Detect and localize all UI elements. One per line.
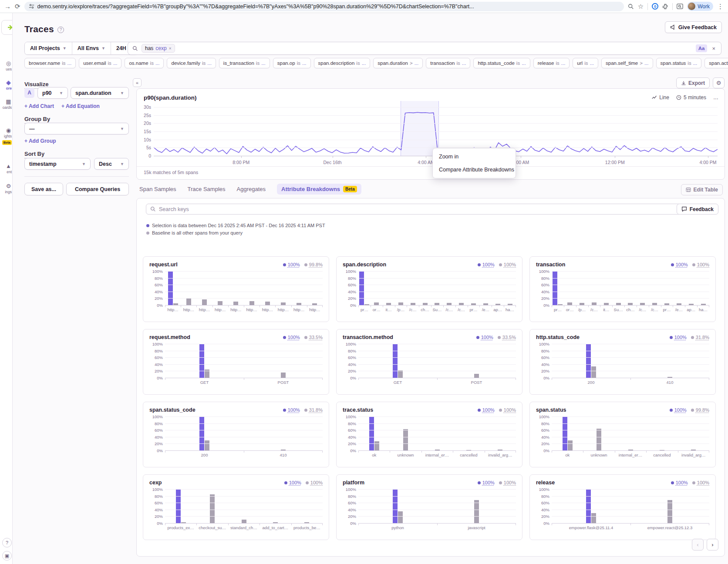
filter-chip-release[interactable]: releaseis... — [533, 58, 570, 68]
baseline-bar[interactable] — [591, 513, 596, 523]
zoom-page-icon[interactable] — [628, 3, 634, 10]
bar-group-http-[interactable] — [181, 271, 196, 305]
side-panel-search-icon[interactable] — [677, 3, 683, 10]
baseline-bar[interactable] — [265, 302, 270, 305]
add-chart-link[interactable]: + Add Chart — [24, 103, 54, 109]
baseline-bar[interactable] — [667, 377, 672, 378]
bar-group-ap-[interactable] — [685, 271, 697, 305]
bar-group-ok[interactable] — [358, 416, 390, 450]
bar-group-Su-[interactable] — [612, 271, 624, 305]
selection-percentage[interactable]: 100% — [670, 407, 687, 413]
save-as-button[interactable]: Save as... — [24, 183, 63, 195]
site-settings-icon[interactable] — [29, 3, 34, 9]
baseline-bar[interactable] — [398, 511, 403, 523]
tab-trace-samples[interactable]: Trace Samples — [188, 186, 226, 192]
edit-table-button[interactable]: Edit Table — [681, 184, 723, 195]
baseline-bar[interactable] — [181, 522, 186, 523]
baseline-percentage[interactable]: 100% — [692, 480, 709, 485]
bar-group-standard_ch-[interactable] — [228, 489, 260, 523]
baseline-bar[interactable] — [691, 450, 696, 450]
bar-group--c-[interactable] — [455, 271, 468, 305]
bar-group-ch-[interactable] — [624, 271, 637, 305]
filter-chip-browser.name[interactable]: browser.nameis... — [24, 58, 76, 68]
baseline-bar[interactable] — [689, 304, 694, 305]
sidebar-item-ore[interactable]: ◈ ore — [0, 79, 13, 91]
bar-group--c-[interactable] — [637, 271, 649, 305]
bar-group-POST[interactable] — [244, 344, 323, 378]
bar-group--c-[interactable] — [649, 271, 661, 305]
attribute-breakdown-card[interactable]: cexp 100% 100% 100%80%60%40%20%0% produc… — [143, 474, 329, 540]
bar-group-or-[interactable] — [371, 271, 383, 305]
baseline-percentage[interactable]: 100% — [499, 480, 516, 485]
baseline-percentage[interactable]: 100% — [306, 480, 323, 485]
filter-chip-device.family[interactable]: device.familyis... — [167, 58, 216, 68]
selection-percentage[interactable]: 100% — [478, 407, 495, 413]
baseline-bar[interactable] — [374, 302, 379, 305]
bar-group-add_to_cart-[interactable] — [260, 489, 291, 523]
compare-queries-button[interactable]: Compare Queries — [66, 183, 129, 195]
selection-percentage[interactable]: 100% — [283, 407, 300, 413]
baseline-percentage[interactable]: 100% — [499, 407, 516, 413]
selection-bar[interactable] — [393, 344, 398, 378]
baseline-bar[interactable] — [616, 303, 621, 305]
bar-group-javascript[interactable] — [437, 489, 516, 523]
password-manager-icon[interactable]: 0 — [652, 3, 658, 10]
bar-group-http-[interactable] — [228, 271, 244, 305]
baseline-bar[interactable] — [652, 303, 657, 305]
help-circle-icon[interactable]: ? — [2, 538, 12, 547]
aggregate-select[interactable]: p90▼ — [37, 87, 68, 99]
bar-group--e-[interactable] — [673, 271, 685, 305]
attribute-breakdown-card[interactable]: release 100% 100% 100%80%60%40%20%0% emp… — [529, 474, 716, 540]
baseline-bar[interactable] — [474, 500, 479, 523]
tab-attribute-breakdowns[interactable]: Attribute BreakdownsBeta — [277, 184, 361, 195]
bar-group-http-[interactable] — [260, 271, 275, 305]
attribute-breakdown-card[interactable]: request.url 100% 99.8% 100%80%60%40%20%0… — [143, 256, 329, 322]
baseline-bar[interactable] — [304, 522, 309, 523]
bar-group-empower-react-25-12-3[interactable] — [630, 489, 709, 523]
bar-group-POST[interactable] — [437, 344, 516, 378]
baseline-bar[interactable] — [474, 374, 479, 378]
baseline-bar[interactable] — [667, 500, 672, 523]
bar-group-empower-flask-25-11-4[interactable] — [552, 489, 630, 523]
baseline-percentage[interactable]: 99.8% — [691, 407, 709, 413]
baseline-bar[interactable] — [374, 441, 379, 450]
selection-bar[interactable] — [168, 271, 173, 305]
selection-bar[interactable] — [199, 416, 204, 450]
selection-percentage[interactable]: 100% — [283, 262, 300, 267]
baseline-bar[interactable] — [677, 303, 681, 305]
pagination-prev-button[interactable]: ‹ — [692, 539, 704, 551]
bar-group-internal_er-[interactable] — [421, 416, 453, 450]
baseline-bar[interactable] — [558, 304, 563, 305]
attribute-breakdown-card[interactable]: span.status 100% 99.8% 100%80%60%40%20%0… — [529, 402, 716, 467]
bar-group--p-[interactable] — [395, 271, 407, 305]
baseline-bar[interactable] — [471, 303, 476, 305]
field-select[interactable]: span.duration▼ — [71, 87, 129, 99]
bar-group-cancelled[interactable] — [453, 416, 484, 450]
bar-group-checkout_su-[interactable] — [196, 489, 228, 523]
bar-group-Su-[interactable] — [431, 271, 443, 305]
chart-overflow-menu-icon[interactable]: … — [713, 94, 718, 101]
bar-group-it-[interactable] — [600, 271, 612, 305]
baseline-percentage[interactable]: 33.5% — [304, 335, 323, 340]
bar-group-unknown[interactable] — [390, 416, 421, 450]
filter-chip-user.email[interactable]: user.emailis... — [79, 58, 121, 68]
baseline-bar[interactable] — [483, 303, 488, 305]
bar-group-invalid_arg-[interactable] — [485, 416, 516, 450]
baseline-bar[interactable] — [597, 429, 601, 450]
bar-group-ch-[interactable] — [419, 271, 431, 305]
selection-bar[interactable] — [369, 416, 374, 450]
environment-filter[interactable]: All Envs▼ — [72, 42, 111, 54]
bar-group-http-[interactable] — [244, 271, 260, 305]
baseline-percentage[interactable]: 100% — [499, 262, 516, 267]
bar-group-200[interactable] — [552, 344, 630, 378]
bar-group--c-[interactable] — [443, 271, 455, 305]
bar-group-internal_er-[interactable] — [615, 416, 646, 450]
baseline-bar[interactable] — [701, 304, 706, 305]
settings-gear-icon[interactable]: ⚙ — [713, 77, 725, 88]
baseline-bar[interactable] — [202, 299, 207, 305]
bar-group--c-[interactable] — [588, 271, 600, 305]
sidebar-item-ent[interactable]: ▲ ent — [0, 163, 13, 174]
baseline-bar[interactable] — [205, 440, 209, 450]
filter-chip-span.description[interactable]: span.descriptionis... — [314, 58, 371, 68]
bar-group-python[interactable] — [358, 489, 437, 523]
